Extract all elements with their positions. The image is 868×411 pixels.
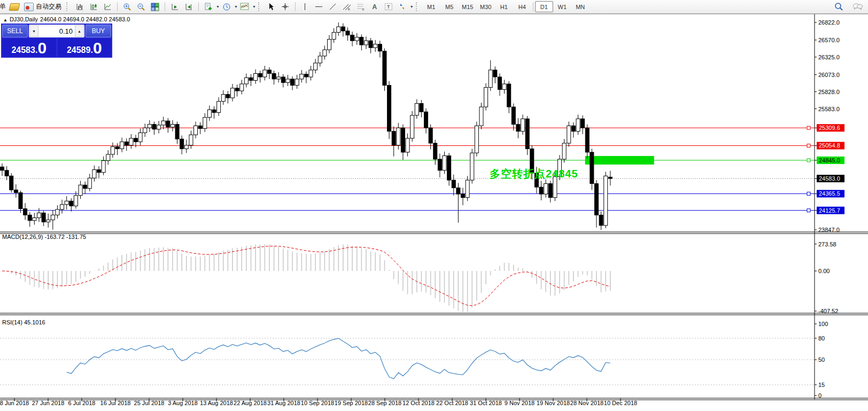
timeframe-h1[interactable]: H1 [495,1,513,12]
svg-text:26073.0: 26073.0 [818,72,840,78]
new-order-icon[interactable] [201,1,215,13]
toolbar-separator [165,2,165,11]
svg-text:26822.0: 26822.0 [818,19,840,26]
autotrading-label: 自动交易 [36,2,61,11]
collapse-panel-icon[interactable]: ▲ [3,18,7,22]
gold-icon[interactable] [7,1,21,13]
svg-text:31 Oct 2018: 31 Oct 2018 [470,400,502,406]
sell-price-display[interactable]: 24583.0 [2,38,56,57]
indicators-icon[interactable] [238,1,252,13]
chart-background [0,14,868,411]
svg-text:25828.0: 25828.0 [818,89,840,95]
timeframe-m5[interactable]: M5 [440,1,459,12]
buy-button[interactable]: BUY [86,25,111,37]
cursor-icon[interactable] [265,1,278,13]
candlestick-chart-icon[interactable] [87,1,100,13]
auto-scroll-icon[interactable] [168,1,182,13]
svg-text:9 Nov 2018: 9 Nov 2018 [505,400,534,406]
search-icon[interactable] [832,1,846,13]
timeframe-w1[interactable]: W1 [553,1,571,12]
buy-price-big-digit: 0 [93,40,102,56]
horizontal-line-icon[interactable] [312,1,326,13]
svg-text:24125.7: 24125.7 [819,207,840,214]
svg-text:12 Oct 2018: 12 Oct 2018 [402,400,435,406]
text-label-tool-icon[interactable]: T [382,1,396,13]
lot-size-input[interactable] [38,25,75,37]
toolbar-separator [198,2,199,11]
svg-text:0.00: 0.00 [818,268,830,274]
svg-text:0: 0 [818,392,821,399]
main-toolbar: 单 自动交易 ▼ ▼ ▼ E F [0,0,868,14]
arrows-tool-icon[interactable] [396,1,409,13]
arrows-dropdown-icon[interactable]: ▼ [410,5,414,9]
svg-text:25583.0: 25583.0 [818,106,840,112]
macd-label: MACD(12,26,9) -163.72 -131.75 [2,234,86,240]
svg-text:-407.52: -407.52 [818,308,838,314]
buy-price-int: 24589 [67,46,91,55]
toolbar-separator [295,2,296,11]
svg-text:T: T [387,4,390,10]
svg-text:24845.0: 24845.0 [819,157,840,164]
bar-chart-icon[interactable] [73,1,87,13]
toolbar-grip [416,2,419,11]
svg-text:26325.0: 26325.0 [818,54,840,60]
autotrading-button[interactable]: 自动交易 [21,2,64,12]
timeframe-m1[interactable]: M1 [422,1,440,12]
toolbar-grip [66,2,69,11]
svg-text:10 Sep 2018: 10 Sep 2018 [301,400,334,406]
fibonacci-icon[interactable]: F [354,1,368,13]
timeframe-group: M1 M5 M15 M30 H1 H4 D1 W1 MN [421,0,591,13]
toolbar-separator [533,2,533,11]
chart-canvas[interactable]: 26822.026570.026325.026073.025828.025583… [0,0,868,411]
clock-icon[interactable] [220,1,234,13]
timeframe-mn[interactable]: MN [571,1,590,12]
svg-text:26570.0: 26570.0 [818,37,840,43]
svg-text:E: E [348,7,350,11]
periods-dropdown-icon[interactable]: ▼ [234,5,238,9]
lot-decrease-button[interactable]: ▼ [29,25,38,37]
lot-size-widget: ▼ ▲ [29,25,84,37]
sell-price-int: 24583 [11,46,35,55]
timeframe-m30[interactable]: M30 [477,1,495,12]
svg-text:25054.8: 25054.8 [819,142,840,149]
svg-text:3 Aug 2018: 3 Aug 2018 [168,400,198,406]
sell-button[interactable]: SELL [2,25,28,37]
svg-text:80: 80 [818,335,825,342]
timeframe-d1[interactable]: D1 [535,1,553,12]
vertical-line-icon[interactable] [298,1,312,13]
svg-text:25 Jul 2018: 25 Jul 2018 [134,400,165,406]
svg-text:22 Aug 2018: 22 Aug 2018 [234,400,267,406]
svg-text:15: 15 [818,382,825,388]
chat-icon[interactable] [851,1,865,13]
text-tool-icon[interactable]: A [368,1,382,13]
svg-text:273.58: 273.58 [818,241,836,247]
toolbar-grip [258,2,261,11]
equidistant-channel-icon[interactable]: E [340,1,354,13]
one-click-trading-panel: SELL ▼ ▲ BUY 24583.0 24589.0 [1,24,112,58]
crosshair-icon[interactable] [278,1,292,13]
chart-shift-icon[interactable] [182,1,196,13]
toolbar-left-fragment[interactable]: 单 [0,2,7,11]
svg-text:100: 100 [818,321,828,327]
svg-text:6 Jul 2018: 6 Jul 2018 [68,400,96,406]
svg-text:16 Jul 2018: 16 Jul 2018 [100,400,131,406]
zoom-out-icon[interactable] [134,1,148,13]
timeframe-h4[interactable]: H4 [513,1,531,12]
tile-windows-icon[interactable] [148,1,162,13]
trendline-icon[interactable] [326,1,340,13]
symbol-period-label: DJ30,Daily [10,16,38,22]
buy-price-display[interactable]: 24589.0 [58,38,112,57]
chart-annotation-text: 多空转折点24845 [490,167,578,181]
zoom-in-icon[interactable] [120,1,134,13]
svg-text:10 Dec 2018: 10 Dec 2018 [604,400,637,406]
svg-text:F: F [362,8,365,11]
svg-text:8 Jun 2018: 8 Jun 2018 [0,400,29,406]
new-order-dropdown-icon[interactable]: ▼ [216,5,220,9]
lot-increase-button[interactable]: ▲ [75,25,84,37]
timeframe-m15[interactable]: M15 [459,1,477,12]
svg-text:24583.0: 24583.0 [819,175,840,182]
svg-text:19 Nov 2018: 19 Nov 2018 [537,400,570,406]
svg-text:28 Sep 2018: 28 Sep 2018 [368,400,401,406]
indicators-dropdown-icon[interactable]: ▼ [252,5,256,9]
line-chart-icon[interactable] [100,1,114,13]
